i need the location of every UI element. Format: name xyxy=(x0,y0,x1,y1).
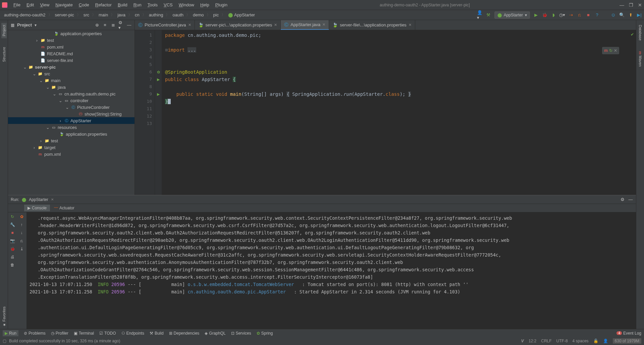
console-tab[interactable]: ▶Console xyxy=(24,205,50,211)
tool-spring[interactable]: ✿Spring xyxy=(257,331,273,336)
code-area[interactable]: package cn.authing.oauth.demo.pic;packag… xyxy=(162,30,636,195)
rerun-icon[interactable]: ↻ xyxy=(11,214,14,219)
tree-node[interactable]: ›📁test xyxy=(8,137,135,144)
readonly-icon[interactable]: 🔓 xyxy=(593,339,598,343)
maximize-button[interactable]: ❐ xyxy=(629,2,633,8)
menu-build[interactable]: Build xyxy=(115,1,130,8)
menu-window[interactable]: Window xyxy=(176,1,197,8)
stripe-structure[interactable]: Structure xyxy=(1,45,7,64)
crumb-5[interactable]: cn xyxy=(133,11,142,18)
actuator-tab[interactable]: 〰Actuator xyxy=(51,205,78,211)
coverage-icon[interactable]: ◗ xyxy=(551,12,556,18)
tree-node[interactable]: ⌄▭controller xyxy=(8,97,135,104)
tool-endpoints[interactable]: ⚇Endpoints xyxy=(121,331,144,336)
tree-node[interactable]: ⌄📁java xyxy=(8,84,135,90)
tree-node[interactable]: ⌄📁src xyxy=(8,70,135,77)
camera-icon[interactable]: 📷 xyxy=(10,238,15,243)
collapse-all-icon[interactable]: ≣ xyxy=(110,22,116,28)
stripe-favorites[interactable]: ★ Favorites xyxy=(1,304,7,329)
stripe-database[interactable]: Database xyxy=(638,23,643,43)
delete-icon[interactable]: 🗑 xyxy=(10,263,14,267)
tree-node[interactable]: 📄README.md xyxy=(8,50,135,57)
tree-node[interactable]: ⌄ⒸPictureController xyxy=(8,104,135,111)
crumb-0[interactable]: authing-demo-oauth2 xyxy=(2,11,48,18)
tool-dependencies[interactable]: ⊞Dependencies xyxy=(169,331,200,336)
tree-node[interactable]: ›📁test xyxy=(8,37,135,44)
tool-build[interactable]: ⚒Build xyxy=(150,331,164,336)
crumb-4[interactable]: java xyxy=(115,11,127,18)
crumb-3[interactable]: main xyxy=(97,11,110,18)
down-icon[interactable]: ↓ xyxy=(21,230,23,235)
locate-icon[interactable]: ⊕ xyxy=(94,22,100,28)
memory[interactable]: 630 of 1979M xyxy=(613,338,641,344)
tool-terminal[interactable]: ▣Terminal xyxy=(74,331,94,336)
debug-attach-icon[interactable]: 🐞 xyxy=(10,247,15,251)
tool-run[interactable]: ▶Run xyxy=(3,330,18,336)
tree-node[interactable]: ⌄📁server-pic xyxy=(8,64,135,70)
inspection-ok-icon[interactable]: ✔ xyxy=(631,32,634,37)
crumb-7[interactable]: oauth xyxy=(170,11,185,18)
tree-node[interactable]: ⓜshow(String):String xyxy=(8,111,135,117)
attach-icon[interactable]: ⇢ xyxy=(568,12,574,18)
tree-node[interactable]: ⌄▭resources xyxy=(8,124,135,131)
menu-code[interactable]: Code xyxy=(76,1,92,8)
project-tree[interactable]: 🍃application.properties›📁testmpom.xml📄RE… xyxy=(8,30,135,195)
tree-node[interactable]: ›ⒸAppStarter xyxy=(8,117,135,124)
run-settings-icon[interactable]: ⚙ xyxy=(620,197,625,202)
minimize-button[interactable]: — xyxy=(620,2,624,8)
wrap-icon[interactable]: ⎌ xyxy=(20,238,23,243)
tree-node[interactable]: 📄server-file.iml xyxy=(8,57,135,64)
crumb-8[interactable]: demo xyxy=(191,11,206,18)
search-icon[interactable]: 🔍 xyxy=(619,12,625,18)
debug-icon[interactable]: 🐞 xyxy=(542,12,547,18)
git-icon[interactable]: ⎌ xyxy=(577,12,582,18)
project-view-icon[interactable]: ▦ xyxy=(11,23,14,27)
settings-icon[interactable]: ⚙ ▾ xyxy=(118,22,124,28)
tool-services[interactable]: ⊡Services xyxy=(231,331,251,336)
tree-node[interactable]: 🍃application.properties xyxy=(8,30,135,37)
editor-tab[interactable]: ⒸPictureController.java✕ xyxy=(135,20,195,30)
up-icon[interactable]: ↑ xyxy=(21,222,23,227)
stripe-project[interactable]: Project xyxy=(1,23,7,38)
menu-refactor[interactable]: Refactor xyxy=(93,1,114,8)
expand-all-icon[interactable]: ≡ xyxy=(102,22,108,28)
scroll-icon[interactable]: ⤓ xyxy=(20,247,23,251)
crumb-2[interactable]: src xyxy=(82,11,91,18)
toggle-tools-icon[interactable]: ▢ xyxy=(3,339,6,343)
menu-plugin[interactable]: Plugin xyxy=(213,1,230,8)
ide-scripting-icon[interactable]: ▶| xyxy=(637,12,642,18)
stripe-maven[interactable]: m Maven xyxy=(638,49,643,69)
indent[interactable]: 4 spaces xyxy=(573,339,589,343)
menu-edit[interactable]: Edit xyxy=(24,1,37,8)
tree-node[interactable]: ⌄📁main xyxy=(8,77,135,84)
run-hide-icon[interactable]: — xyxy=(628,197,633,202)
editor-tab[interactable]: 🍃server-pic\...\application.properties✕ xyxy=(195,20,281,30)
close-button[interactable]: ✕ xyxy=(638,2,642,8)
tree-node[interactable]: 🍃application.properties xyxy=(8,131,135,137)
crumb-10[interactable]: ⬤ AppStarter xyxy=(226,11,257,18)
user-icon[interactable]: 👤▾ xyxy=(477,12,482,18)
run-icon[interactable]: ▶ xyxy=(533,12,539,18)
wrench-icon[interactable]: 🔧 xyxy=(10,222,15,227)
editor-tab[interactable]: 🍃server-file\...\application.properties✕ xyxy=(329,20,415,30)
menu-file[interactable]: File xyxy=(11,1,23,8)
menu-help[interactable]: Help xyxy=(198,1,212,8)
tool-problems[interactable]: ⊘Problems xyxy=(24,331,46,336)
inspection-icon[interactable]: 👤 xyxy=(603,339,608,343)
build-hammer-icon[interactable]: ⚒ xyxy=(486,12,491,18)
tree-node[interactable]: ›📁target xyxy=(8,144,135,151)
menu-view[interactable]: View xyxy=(37,1,52,8)
crumb-9[interactable]: pic xyxy=(211,11,221,18)
crumb-1[interactable]: server-pic xyxy=(53,11,76,18)
help-icon[interactable]: ? xyxy=(594,12,600,18)
menu-run[interactable]: Run xyxy=(131,1,144,8)
line-sep[interactable]: CRLF xyxy=(541,339,551,343)
updates-icon[interactable]: ⬆ xyxy=(628,12,633,18)
caret-pos[interactable]: 12:2 xyxy=(529,339,536,343)
tree-node[interactable]: mpom.xml xyxy=(8,44,135,50)
menu-navigate[interactable]: Navigate xyxy=(53,1,75,8)
hide-icon[interactable]: — xyxy=(126,22,132,28)
crumb-6[interactable]: authing xyxy=(147,11,165,18)
maven-hint[interactable]: m↻✕ xyxy=(602,47,619,54)
menu-tools[interactable]: Tools xyxy=(145,1,160,8)
